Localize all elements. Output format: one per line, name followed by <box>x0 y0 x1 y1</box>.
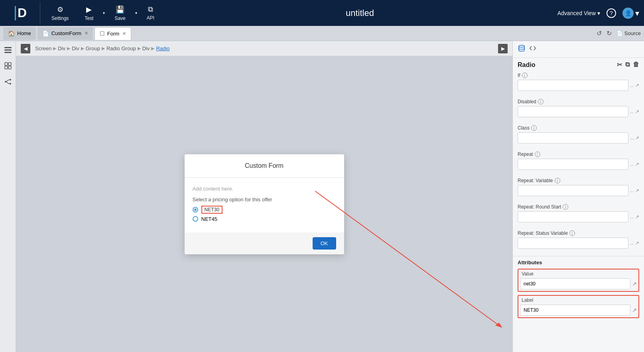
settings-button[interactable]: ⚙ Settings <box>43 2 77 24</box>
breadcrumb-div-3[interactable]: Div <box>142 45 150 51</box>
help-icon-repeat[interactable]: i <box>535 151 540 157</box>
field-label-class: Class i <box>518 125 639 131</box>
breadcrumb-back-arrow[interactable]: ◀ <box>21 44 30 53</box>
panel-code-icon[interactable] <box>529 44 537 54</box>
form-modal-body: Add content here. Select a pricing optio… <box>185 178 344 232</box>
attr-action-label[interactable]: ↗ <box>632 307 637 313</box>
attr-field-label: Label ↗ <box>518 295 639 318</box>
main-layout: ◀ Screen ▶ Div ▶ Div ▶ Group ▶ Radio Gro… <box>0 41 644 352</box>
attr-input-value[interactable] <box>520 278 630 289</box>
input-action-repeat[interactable]: ... ↗ <box>630 161 639 167</box>
input-repeat-variable[interactable] <box>518 185 628 196</box>
tab-customform[interactable]: 📄 CustomForm ✕ <box>37 27 93 40</box>
sidebar-components-icon[interactable] <box>2 60 14 71</box>
test-button[interactable]: ▶ Test <box>77 2 101 24</box>
help-icon-if[interactable]: i <box>522 73 528 78</box>
customform-tab-label: CustomForm <box>51 30 81 36</box>
test-dropdown-arrow[interactable]: ▾ <box>101 11 106 15</box>
attr-action-value[interactable]: ↗ <box>632 281 637 287</box>
app-title: untitled <box>162 8 557 18</box>
user-menu-button[interactable]: 👤 ▾ <box>622 8 639 19</box>
advanced-view-button[interactable]: Advanced View ▾ <box>557 10 600 16</box>
help-icon-class[interactable]: i <box>531 125 537 131</box>
help-icon-repeat-status-variable[interactable]: i <box>569 230 575 236</box>
svg-rect-6 <box>8 66 11 69</box>
cut-icon[interactable]: ✂ <box>617 61 622 69</box>
help-icon-repeat-variable[interactable]: i <box>555 178 560 183</box>
save-nav-item[interactable]: 💾 Save ▾ <box>106 2 138 24</box>
sidebar-tree-icon[interactable] <box>2 76 14 87</box>
label-class-text: Class <box>518 125 530 131</box>
source-button[interactable]: 📄 Source <box>616 30 641 36</box>
ok-button[interactable]: OK <box>313 237 336 250</box>
tab-form[interactable]: ☐ Form ✕ <box>95 27 131 40</box>
home-tab-label: Home <box>17 30 31 36</box>
input-action-repeat-status-variable[interactable]: ... ↗ <box>630 240 639 246</box>
help-icon-disabled[interactable]: i <box>538 99 544 104</box>
input-action-repeat-round-start[interactable]: ... ↗ <box>630 214 639 220</box>
form-modal-footer: OK <box>185 232 344 254</box>
form-tab-icon: ☐ <box>100 30 105 37</box>
svg-rect-0 <box>4 47 12 48</box>
copy-icon[interactable]: ⧉ <box>625 61 630 69</box>
attr-input-label[interactable] <box>520 305 630 316</box>
help-icon-repeat-round-start[interactable]: i <box>563 204 568 210</box>
breadcrumb-radio-group[interactable]: Radio Group <box>106 45 136 51</box>
radio-option-net45[interactable]: NET45 <box>193 216 336 222</box>
left-sidebar <box>0 41 16 352</box>
breadcrumb-sep-2: ▶ <box>67 46 70 51</box>
breadcrumb-div-2[interactable]: Div <box>72 45 79 51</box>
delete-icon[interactable]: 🗑 <box>633 61 639 69</box>
breadcrumb-forward-arrow[interactable]: ▶ <box>498 44 508 53</box>
form-modal: Custom Form Add content here. Select a p… <box>185 154 344 254</box>
add-content-placeholder: Add content here. <box>193 186 336 192</box>
input-action-if[interactable]: ... ↗ <box>630 83 639 88</box>
top-nav: D ⚙ Settings ▶ Test ▾ 💾 Save ▾ ⧉ <box>0 0 644 26</box>
input-repeat-round-start[interactable] <box>518 211 628 222</box>
input-row-repeat-round-start: ... ↗ <box>518 211 639 222</box>
breadcrumb-group[interactable]: Group <box>86 45 100 51</box>
redo-button[interactable]: ↻ <box>607 29 612 37</box>
test-nav-item[interactable]: ▶ Test ▾ <box>77 2 106 24</box>
panel-component-name: Radio <box>518 61 535 69</box>
input-class[interactable] <box>518 132 628 144</box>
breadcrumb-sep-4: ▶ <box>102 46 105 51</box>
help-button[interactable]: ? <box>607 8 616 18</box>
save-button[interactable]: 💾 Save <box>106 2 133 24</box>
help-icon: ? <box>607 8 616 18</box>
field-label-disabled: Disabled i <box>518 99 639 104</box>
tab-home[interactable]: 🏠 Home <box>3 27 36 40</box>
canvas-content: Custom Form Add content here. Select a p… <box>16 56 512 352</box>
undo-button[interactable]: ↺ <box>597 29 602 37</box>
svg-rect-4 <box>8 63 11 65</box>
customform-tab-close[interactable]: ✕ <box>85 31 88 36</box>
radio-option-net30[interactable]: NET30 <box>193 206 336 214</box>
breadcrumb-screen[interactable]: Screen <box>35 45 51 51</box>
input-action-disabled[interactable]: ... ↗ <box>630 109 639 114</box>
input-action-repeat-variable[interactable]: ... ↗ <box>630 188 639 193</box>
breadcrumb-radio[interactable]: Radio <box>156 45 169 51</box>
settings-nav-item[interactable]: ⚙ Settings <box>43 2 77 24</box>
breadcrumb-div-1[interactable]: Div <box>58 45 65 51</box>
input-repeat-status-variable[interactable] <box>518 238 628 249</box>
panel-database-icon[interactable] <box>518 44 526 54</box>
form-tab-close[interactable]: ✕ <box>122 31 126 36</box>
source-icon: 📄 <box>616 30 623 36</box>
radio-circle-net45 <box>193 216 198 222</box>
api-button[interactable]: ⧉ API <box>139 2 162 24</box>
api-nav-item[interactable]: ⧉ API <box>139 2 162 24</box>
radio-label-net30: NET30 <box>201 206 223 214</box>
input-action-class[interactable]: ... ↗ <box>630 135 639 141</box>
input-repeat[interactable] <box>518 159 628 170</box>
api-icon: ⧉ <box>148 5 153 14</box>
tab-right-actions: ↺ ↻ 📄 Source <box>597 29 641 37</box>
input-if[interactable] <box>518 80 628 91</box>
panel-field-if: If i ... ↗ <box>513 70 644 96</box>
svg-rect-5 <box>5 66 8 69</box>
save-dropdown-arrow[interactable]: ▾ <box>134 11 139 15</box>
test-label: Test <box>85 16 93 21</box>
panel-field-repeat: Repeat i ... ↗ <box>513 149 644 175</box>
input-disabled[interactable] <box>518 106 628 117</box>
svg-rect-1 <box>4 49 12 51</box>
sidebar-layers-icon[interactable] <box>2 44 14 55</box>
